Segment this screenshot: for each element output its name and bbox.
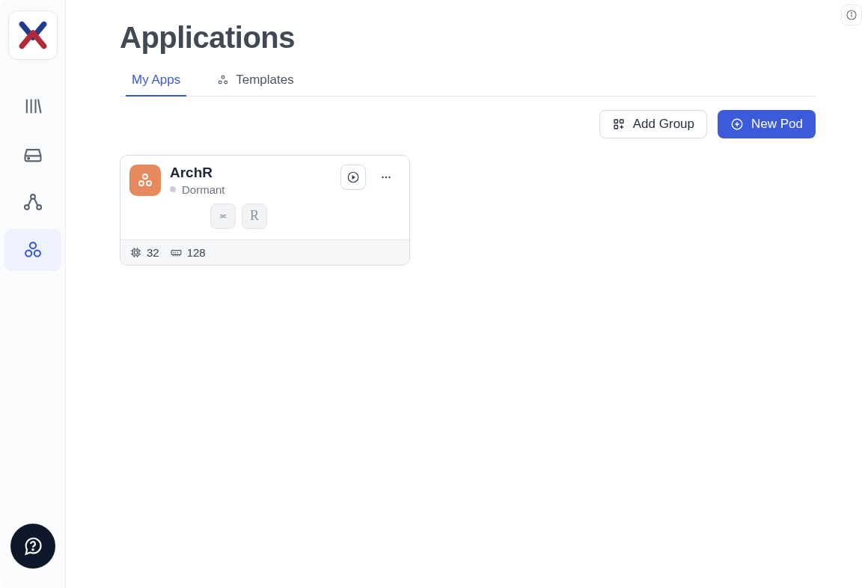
app-mini-buttons: R (210, 203, 331, 229)
svg-point-16 (221, 76, 224, 79)
svg-rect-35 (134, 251, 137, 254)
library-icon (22, 96, 43, 117)
svg-point-32 (385, 177, 387, 178)
nav-workflows[interactable] (4, 181, 61, 223)
svg-point-9 (29, 242, 35, 248)
memory-stat: 128 (170, 246, 206, 259)
tabs: My Apps Templates (120, 68, 816, 97)
tab-templates-label: Templates (236, 73, 293, 88)
svg-point-27 (143, 174, 147, 179)
new-pod-button[interactable]: New Pod (718, 110, 816, 138)
new-pod-label: New Pod (751, 117, 803, 132)
svg-point-5 (28, 158, 29, 159)
memory-icon (170, 246, 183, 259)
cpu-stat: 32 (129, 246, 159, 259)
workflow-icon (22, 192, 43, 212)
app-status-label: Dormant (182, 183, 225, 196)
svg-point-18 (224, 81, 227, 84)
status-dot-icon (170, 186, 176, 192)
memory-value: 128 (187, 246, 206, 259)
nav-applications[interactable] (4, 229, 61, 271)
page-title: Applications (120, 21, 868, 55)
r-icon: R (250, 208, 259, 224)
storage-icon (22, 144, 43, 165)
cpu-value: 32 (147, 246, 159, 259)
app-card-icon (129, 165, 161, 196)
more-button[interactable] (373, 165, 399, 190)
svg-rect-20 (620, 120, 623, 123)
svg-rect-34 (132, 249, 139, 256)
play-button[interactable] (340, 165, 366, 190)
app-meta: ArchR Dormant R (170, 165, 331, 229)
app-name: ArchR (170, 165, 331, 182)
nav-library[interactable] (4, 85, 61, 127)
action-row: Add Group New Pod (120, 97, 868, 155)
svg-line-3 (38, 99, 41, 114)
app-card-actions (340, 165, 399, 190)
svg-point-12 (32, 549, 33, 550)
main-content: Applications My Apps Templates (66, 0, 868, 588)
applications-icon (22, 239, 43, 260)
pod-cluster-icon (136, 171, 154, 189)
logo-x-icon (17, 19, 49, 51)
info-button[interactable] (841, 4, 862, 25)
tab-my-apps[interactable]: My Apps (126, 68, 186, 97)
app-card[interactable]: ArchR Dormant R (120, 155, 410, 266)
app-card-top: ArchR Dormant R (120, 156, 409, 239)
jupyter-icon (217, 210, 229, 222)
app-status: Dormant (170, 183, 331, 196)
play-icon (346, 171, 360, 184)
svg-point-31 (382, 177, 383, 178)
info-icon (846, 9, 858, 21)
svg-rect-44 (171, 250, 181, 254)
tab-templates[interactable]: Templates (210, 68, 299, 97)
add-group-button[interactable]: Add Group (599, 110, 707, 138)
svg-point-17 (219, 81, 222, 84)
svg-rect-21 (614, 126, 618, 129)
help-button[interactable] (10, 524, 55, 569)
help-chat-icon (22, 536, 43, 557)
svg-point-6 (24, 205, 28, 209)
rstudio-button[interactable]: R (242, 203, 267, 229)
svg-point-33 (388, 177, 390, 178)
add-group-icon (612, 117, 626, 131)
nav-storage[interactable] (4, 133, 61, 175)
svg-point-29 (147, 181, 151, 186)
app-card-stats: 32 128 (120, 239, 409, 265)
templates-icon (216, 73, 230, 87)
svg-point-28 (139, 181, 144, 186)
sidebar (0, 0, 66, 588)
svg-rect-19 (614, 120, 618, 123)
jupyter-button[interactable] (210, 203, 236, 229)
add-group-label: Add Group (633, 117, 694, 132)
svg-point-10 (25, 251, 31, 257)
svg-point-7 (31, 195, 35, 199)
tab-my-apps-label: My Apps (132, 73, 180, 88)
app-logo[interactable] (8, 10, 58, 60)
svg-point-11 (34, 251, 40, 257)
more-icon (379, 171, 393, 184)
new-pod-icon (730, 117, 744, 131)
cpu-icon (129, 246, 142, 259)
svg-point-15 (851, 13, 852, 13)
svg-point-8 (37, 205, 41, 209)
